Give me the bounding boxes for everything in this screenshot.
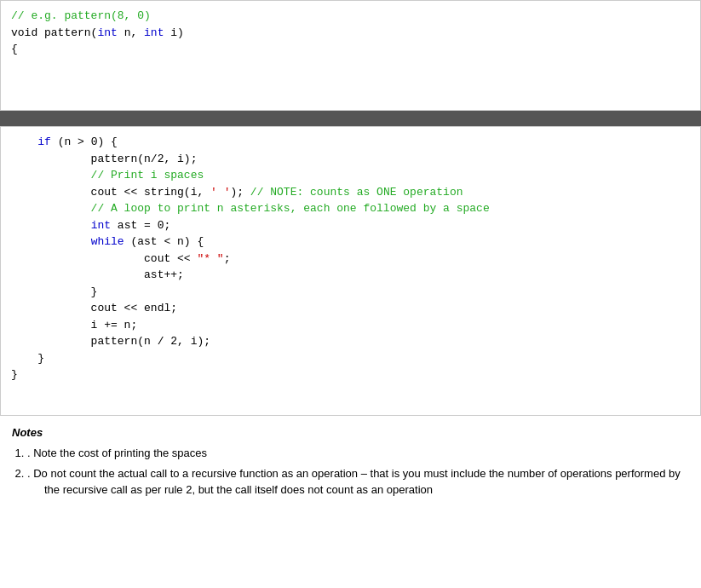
bottom-code-pre: if (n > 0) { pattern(n/2, i); // Print i… (11, 134, 690, 383)
open-brace: { (11, 43, 18, 55)
notes-list: Note the cost of printing the spaces Do … (12, 445, 689, 499)
notes-section: Notes Note the cost of printing the spac… (0, 416, 701, 588)
top-code-pre: // e.g. pattern(8, 0) void pattern(int n… (11, 8, 690, 58)
void-keyword: void pattern(int n, int i) (11, 26, 184, 39)
bottom-code-block: if (n > 0) { pattern(n/2, i); // Print i… (0, 126, 701, 416)
section-divider (0, 111, 701, 126)
note-item-1: Note the cost of printing the spaces (27, 445, 689, 462)
notes-title: Notes (12, 424, 689, 441)
note-item-2: Do not count the actual call to a recurs… (27, 465, 689, 499)
top-code-block: // e.g. pattern(8, 0) void pattern(int n… (0, 0, 701, 111)
comment-line-1: // e.g. pattern(8, 0) (11, 9, 151, 22)
